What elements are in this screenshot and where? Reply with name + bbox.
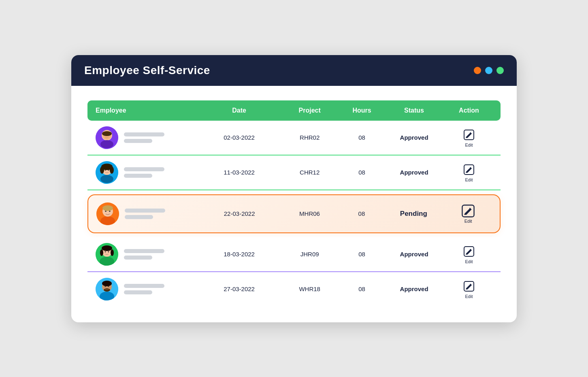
avatar: [96, 278, 118, 300]
name-bar-short: [124, 256, 152, 260]
main-content: Employee Date Project Hours Status Actio…: [71, 86, 517, 322]
hours-cell: 08: [341, 169, 383, 176]
name-placeholder: [124, 249, 164, 260]
title-bar: Employee Self-Service: [71, 55, 517, 86]
table-row: 02-03-2022 RHR02 08 Approved Edit: [87, 121, 501, 155]
date-cell: 22-03-2022: [200, 210, 279, 217]
table-header: Employee Date Project Hours Status Actio…: [87, 100, 501, 121]
project-cell: MHR06: [278, 210, 341, 217]
edit-button[interactable]: [462, 128, 476, 142]
employee-cell: [96, 161, 200, 184]
edit-button[interactable]: [462, 163, 476, 177]
action-cell[interactable]: Edit: [445, 128, 492, 147]
status-cell: Approved: [383, 169, 445, 176]
status-cell: Approved: [383, 134, 445, 141]
action-cell[interactable]: Edit: [445, 245, 492, 264]
svg-point-4: [104, 134, 106, 136]
name-placeholder: [124, 284, 164, 294]
svg-point-30: [100, 249, 103, 256]
table-body: 02-03-2022 RHR02 08 Approved Edit: [87, 121, 501, 306]
name-placeholder: [124, 167, 164, 178]
hours-cell: 08: [341, 134, 383, 141]
svg-point-14: [105, 169, 106, 170]
dot-green[interactable]: [496, 67, 504, 74]
edit-label: Edit: [465, 259, 473, 264]
edit-label: Edit: [464, 219, 472, 224]
svg-point-40: [108, 285, 109, 287]
table-row: 27-03-2022 WHR18 08 Approved Edit: [87, 272, 501, 306]
table-row: 11-03-2022 CHR12 08 Approved Edit: [87, 155, 501, 190]
status-cell: Approved: [383, 251, 445, 258]
col-hours: Hours: [341, 107, 383, 114]
project-cell: WHR18: [278, 285, 341, 292]
svg-point-23: [104, 211, 107, 213]
col-date: Date: [200, 107, 278, 114]
svg-point-31: [111, 249, 114, 256]
timsheet-table: Employee Date Project Hours Status Actio…: [87, 100, 501, 306]
edit-label: Edit: [465, 143, 473, 147]
project-cell: JHR09: [278, 251, 341, 258]
employee-cell: [96, 278, 200, 300]
svg-point-24: [109, 211, 111, 213]
action-cell[interactable]: Edit: [445, 163, 492, 182]
edit-label: Edit: [465, 294, 473, 299]
name-bar-long: [124, 249, 164, 253]
dot-blue[interactable]: [485, 67, 492, 74]
name-bar-short: [124, 174, 152, 178]
name-bar-long: [124, 284, 164, 288]
svg-point-6: [100, 140, 113, 148]
avatar: [96, 161, 118, 184]
svg-point-29: [102, 245, 112, 251]
edit-button[interactable]: [461, 204, 475, 218]
employee-cell: [96, 243, 200, 266]
table-row: 22-03-2022 MHR06 08 Pending Edit: [87, 194, 501, 233]
edit-button[interactable]: [462, 279, 476, 293]
avatar: [96, 243, 118, 266]
svg-point-20: [102, 205, 113, 211]
app-title: Employee Self-Service: [84, 64, 210, 77]
date-cell: 27-03-2022: [200, 285, 278, 292]
name-bar-short: [125, 215, 153, 219]
svg-point-15: [108, 169, 109, 170]
date-cell: 11-03-2022: [200, 169, 278, 176]
project-cell: CHR12: [278, 169, 341, 176]
hours-cell: 08: [341, 251, 383, 258]
col-status: Status: [383, 107, 445, 114]
avatar: [96, 202, 119, 225]
employee-cell: [96, 126, 200, 149]
dot-orange[interactable]: [474, 67, 481, 74]
action-cell[interactable]: Edit: [445, 204, 492, 224]
avatar: [96, 126, 118, 149]
project-cell: RHR02: [278, 134, 341, 141]
hours-cell: 08: [341, 285, 383, 292]
employee-cell: [96, 202, 200, 225]
col-action: Action: [445, 107, 492, 114]
col-project: Project: [278, 107, 341, 114]
date-cell: 18-03-2022: [200, 251, 278, 258]
svg-point-5: [109, 134, 110, 136]
svg-point-13: [110, 166, 114, 174]
app-window: Employee Self-Service Employee Date Proj…: [71, 55, 517, 322]
hours-cell: 08: [341, 210, 383, 217]
name-bar-short: [124, 290, 152, 294]
table-row: 18-03-2022 JHR09 08 Approved Edit: [87, 237, 501, 272]
svg-point-9: [100, 175, 113, 183]
name-placeholder: [125, 209, 165, 219]
status-cell: Pending: [382, 210, 445, 218]
action-cell[interactable]: Edit: [445, 279, 492, 299]
edit-label: Edit: [465, 177, 473, 182]
svg-point-33: [108, 251, 109, 252]
date-cell: 02-03-2022: [200, 134, 278, 141]
edit-button[interactable]: [462, 245, 476, 258]
name-bar-long: [124, 132, 164, 136]
name-bar-short: [124, 139, 152, 143]
window-controls: [474, 67, 504, 74]
svg-point-12: [100, 166, 104, 174]
svg-point-3: [102, 131, 112, 136]
svg-point-39: [105, 285, 106, 287]
status-cell: Approved: [383, 285, 445, 292]
name-placeholder: [124, 132, 164, 143]
name-bar-long: [124, 167, 164, 171]
col-employee: Employee: [96, 107, 200, 114]
svg-point-38: [102, 281, 112, 286]
